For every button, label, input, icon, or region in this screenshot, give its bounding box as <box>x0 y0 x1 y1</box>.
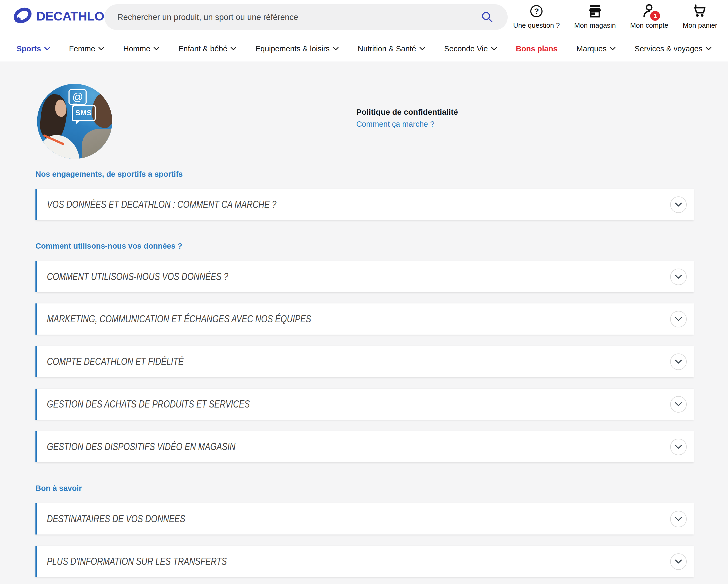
hero-woman-silhouette <box>38 93 69 142</box>
sms-bubble-icon: SMS <box>72 105 96 121</box>
decathlon-swoosh-icon <box>12 7 32 25</box>
action-mon-panier[interactable]: Mon panier <box>683 4 717 30</box>
section-heading-utilisation-donnees: Comment utilisons-nous vos données ? <box>35 242 182 250</box>
account-icon: 1 <box>643 4 656 19</box>
chevron-down-icon <box>675 517 682 521</box>
action-label: Mon panier <box>683 21 717 30</box>
section-heading-engagements: Nos engagements, de sportifs a sportifs <box>35 170 183 178</box>
expand-button[interactable] <box>670 269 687 285</box>
action-label: Mon compte <box>630 21 668 30</box>
action-label: Une question ? <box>513 21 560 30</box>
accordion-dispositifs-video[interactable]: GESTION DES DISPOSITIFS VIDÉO EN MAGASIN <box>35 431 694 462</box>
chevron-down-icon <box>675 559 682 564</box>
action-mon-magasin[interactable]: Mon magasin <box>574 4 616 30</box>
nav-item-services-voyages[interactable]: Services & voyages <box>634 45 711 53</box>
search-input[interactable] <box>104 12 508 22</box>
expand-button[interactable] <box>670 553 687 570</box>
cart-icon <box>693 4 707 19</box>
privacy-hero-image: @ SMS <box>37 84 112 159</box>
accordion-comment-utilisons-nous[interactable]: COMMENT UTILISONS-NOUS VOS DONNÉES ? <box>35 261 694 292</box>
hero-text: Politique de confidentialité Comment ça … <box>356 108 458 129</box>
page-title: Politique de confidentialité <box>356 108 458 117</box>
accordion-gestion-achats[interactable]: GESTION DES ACHATS DE PRODUITS ET SERVIC… <box>35 389 694 420</box>
search-bar <box>104 4 508 30</box>
accordion-marketing-communication[interactable]: MARKETING, COMMUNICATION ET ÉCHANGES AVE… <box>35 303 694 335</box>
email-bubble-icon: @ <box>69 89 86 105</box>
chevron-down-icon <box>675 359 682 364</box>
main-nav: Sports Femme Homme Enfant & bébé Equipem… <box>0 36 728 61</box>
nav-item-seconde-vie[interactable]: Seconde Vie <box>444 45 497 53</box>
section-heading-bon-a-savoir: Bon à savoir <box>35 484 82 493</box>
action-une-question[interactable]: ? Une question ? <box>513 4 560 30</box>
accordion-vos-donnees-comment-ca-marche[interactable]: VOS DONNÉES ET DECATHLON : COMMENT CA MA… <box>35 189 694 220</box>
chevron-down-icon <box>98 47 104 51</box>
comment-ca-marche-link[interactable]: Comment ça marche ? <box>356 120 458 129</box>
chevron-down-icon <box>675 274 682 279</box>
chevron-down-icon <box>419 47 425 51</box>
expand-button[interactable] <box>670 396 687 413</box>
store-icon <box>589 4 601 19</box>
accordion-transferts[interactable]: PLUS D'INFORMATION SUR LES TRANSFERTS <box>35 546 694 577</box>
chevron-down-icon <box>610 47 616 51</box>
nav-item-equipements-loisirs[interactable]: Equipements & loisirs <box>255 45 339 53</box>
nav-item-femme[interactable]: Femme <box>69 45 104 53</box>
nav-item-nutrition-sante[interactable]: Nutrition & Santé <box>358 45 425 53</box>
chevron-down-icon <box>675 445 682 449</box>
decathlon-logo[interactable]: DECATHLON <box>12 7 112 25</box>
page: DECATHLON ? Une question ? <box>0 0 728 584</box>
expand-button[interactable] <box>670 196 687 213</box>
chevron-down-icon <box>675 317 682 321</box>
logo-wordmark: DECATHLON <box>36 9 113 23</box>
chevron-down-icon <box>706 47 711 51</box>
account-badge: 1 <box>650 11 660 21</box>
expand-button[interactable] <box>670 311 687 327</box>
chevron-down-icon <box>333 47 339 51</box>
expand-button[interactable] <box>670 511 687 527</box>
accordion-compte-fidelite[interactable]: COMPTE DECATHLON ET FIDÉLITÉ <box>35 346 694 377</box>
action-mon-compte[interactable]: 1 Mon compte <box>630 4 668 30</box>
chevron-down-icon <box>675 202 682 207</box>
expand-button[interactable] <box>670 354 687 370</box>
nav-item-marques[interactable]: Marques <box>576 45 616 53</box>
question-icon: ? <box>530 4 543 19</box>
search-icon[interactable] <box>481 11 493 23</box>
header-actions: ? Une question ? Mon magasin <box>499 4 717 30</box>
chevron-down-icon <box>231 47 236 51</box>
action-label: Mon magasin <box>574 21 616 30</box>
accordion-destinataires-donnees[interactable]: DESTINATAIRES DE VOS DONNEES <box>35 503 694 534</box>
chevron-down-icon <box>675 402 682 407</box>
nav-item-homme[interactable]: Homme <box>123 45 160 53</box>
chevron-down-icon <box>44 47 50 51</box>
nav-item-sports[interactable]: Sports <box>17 45 50 53</box>
expand-button[interactable] <box>670 439 687 455</box>
chevron-down-icon <box>154 47 159 51</box>
nav-item-bons-plans[interactable]: Bons plans <box>516 45 557 53</box>
chevron-down-icon <box>491 47 497 51</box>
nav-item-enfant-bebe[interactable]: Enfant & bébé <box>178 45 236 53</box>
